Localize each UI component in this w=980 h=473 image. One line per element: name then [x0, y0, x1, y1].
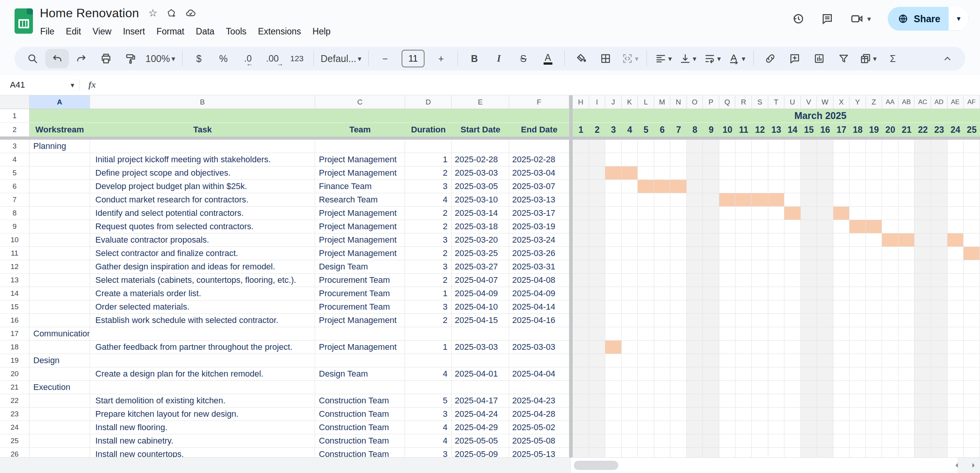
- gantt-cell[interactable]: [735, 233, 752, 247]
- borders-button[interactable]: [594, 49, 617, 68]
- share-dropdown-button[interactable]: ▾: [949, 7, 969, 31]
- gantt-cell[interactable]: [703, 207, 719, 220]
- row-header-25[interactable]: 25: [0, 434, 29, 448]
- gantt-cell[interactable]: [882, 408, 898, 421]
- gantt-cell[interactable]: [915, 247, 931, 260]
- insert-chart-button[interactable]: [807, 49, 831, 68]
- gantt-cell[interactable]: [915, 233, 931, 247]
- row-header-2[interactable]: 2: [0, 123, 29, 137]
- gantt-cell[interactable]: [735, 207, 752, 220]
- gantt-cell[interactable]: [833, 260, 850, 274]
- gantt-cell[interactable]: [687, 341, 703, 354]
- gantt-bar-cell[interactable]: [719, 193, 736, 207]
- cell-workstream[interactable]: [29, 207, 90, 220]
- gantt-cell[interactable]: [817, 381, 833, 394]
- cell-duration[interactable]: 1: [405, 287, 452, 300]
- cell-duration[interactable]: 3: [405, 408, 452, 421]
- gantt-cell[interactable]: [768, 260, 785, 274]
- cell-start-date[interactable]: 2025-02-28: [452, 153, 509, 166]
- gantt-cell[interactable]: [784, 448, 801, 458]
- gantt-cell[interactable]: [654, 140, 671, 153]
- gantt-cell[interactable]: [670, 408, 687, 421]
- gantt-bar-cell[interactable]: [735, 193, 752, 207]
- cell-duration[interactable]: [405, 381, 452, 394]
- column-header-F[interactable]: F: [509, 95, 569, 109]
- gantt-cell[interactable]: [719, 220, 736, 233]
- gantt-cell[interactable]: [915, 421, 931, 434]
- gantt-cell[interactable]: [866, 180, 882, 193]
- cell-start-date[interactable]: 2025-03-20: [452, 233, 509, 247]
- day-header-cell[interactable]: 17: [833, 123, 850, 137]
- gantt-cell[interactable]: [719, 421, 736, 434]
- gantt-cell[interactable]: [784, 260, 801, 274]
- gantt-cell[interactable]: [784, 341, 801, 354]
- gantt-cell[interactable]: [573, 300, 589, 314]
- gantt-cell[interactable]: [947, 153, 964, 166]
- gantt-cell[interactable]: [703, 193, 719, 207]
- gantt-cell[interactable]: [947, 314, 964, 327]
- gantt-cell[interactable]: [654, 233, 671, 247]
- cell-task[interactable]: Request quotes from selected contractors…: [90, 220, 315, 233]
- cell-end-date[interactable]: [509, 381, 569, 394]
- gantt-cell[interactable]: [622, 153, 638, 166]
- gantt-cell[interactable]: [801, 180, 817, 193]
- gantt-cell[interactable]: [703, 381, 719, 394]
- gantt-cell[interactable]: [703, 434, 719, 448]
- gantt-cell[interactable]: [654, 207, 671, 220]
- gantt-cell[interactable]: [703, 300, 719, 314]
- gantt-cell[interactable]: [589, 180, 606, 193]
- day-header-cell[interactable]: 3: [605, 123, 622, 137]
- gantt-cell[interactable]: [817, 207, 833, 220]
- cell-duration[interactable]: 5: [405, 394, 452, 408]
- merge-cells-button[interactable]: ▾: [618, 49, 642, 68]
- gantt-cell[interactable]: [947, 434, 964, 448]
- gantt-cell[interactable]: [752, 153, 768, 166]
- gantt-cell[interactable]: [849, 341, 866, 354]
- cell-duration[interactable]: 1: [405, 341, 452, 354]
- gantt-cell[interactable]: [964, 233, 980, 247]
- gantt-cell[interactable]: [784, 354, 801, 367]
- gantt-cell[interactable]: [703, 274, 719, 287]
- text-wrap-button[interactable]: ▾: [701, 49, 724, 68]
- gantt-cell[interactable]: [947, 341, 964, 354]
- cell-duration[interactable]: 2: [405, 247, 452, 260]
- gantt-cell[interactable]: [784, 233, 801, 247]
- gantt-cell[interactable]: [964, 287, 980, 300]
- gantt-cell[interactable]: [931, 274, 947, 287]
- row-header-17[interactable]: 17: [0, 327, 29, 341]
- gantt-cell[interactable]: [687, 354, 703, 367]
- gantt-cell[interactable]: [915, 354, 931, 367]
- gantt-cell[interactable]: [849, 207, 866, 220]
- gantt-cell[interactable]: [687, 260, 703, 274]
- gantt-cell[interactable]: [622, 233, 638, 247]
- gantt-cell[interactable]: [622, 381, 638, 394]
- gantt-cell[interactable]: [931, 421, 947, 434]
- cell-start-date[interactable]: 2025-04-17: [452, 394, 509, 408]
- gantt-cell[interactable]: [898, 421, 915, 434]
- cell-team[interactable]: Construction Team: [315, 421, 405, 434]
- gantt-cell[interactable]: [931, 354, 947, 367]
- gantt-cell[interactable]: [817, 421, 833, 434]
- gantt-cell[interactable]: [849, 381, 866, 394]
- gantt-cell[interactable]: [768, 180, 785, 193]
- day-header-cell[interactable]: 12: [752, 123, 768, 137]
- day-header-cell[interactable]: 13: [768, 123, 785, 137]
- cell-team[interactable]: Procurement Team: [315, 274, 405, 287]
- gantt-cell[interactable]: [719, 287, 736, 300]
- gantt-cell[interactable]: [573, 314, 589, 327]
- gantt-cell[interactable]: [947, 180, 964, 193]
- gantt-cell[interactable]: [784, 180, 801, 193]
- gantt-cell[interactable]: [638, 314, 654, 327]
- cell-workstream[interactable]: [29, 408, 90, 421]
- gantt-cell[interactable]: [735, 180, 752, 193]
- name-box-caret-icon[interactable]: ▾: [70, 82, 74, 89]
- gantt-cell[interactable]: [882, 180, 898, 193]
- gantt-cell[interactable]: [622, 448, 638, 458]
- gantt-cell[interactable]: [915, 287, 931, 300]
- column-header-L[interactable]: L: [638, 95, 654, 109]
- column-header-E[interactable]: E: [452, 95, 509, 109]
- gantt-cell[interactable]: [833, 434, 850, 448]
- cell-start-date[interactable]: 2025-03-03: [452, 341, 509, 354]
- gantt-cell[interactable]: [752, 341, 768, 354]
- gantt-cell[interactable]: [931, 434, 947, 448]
